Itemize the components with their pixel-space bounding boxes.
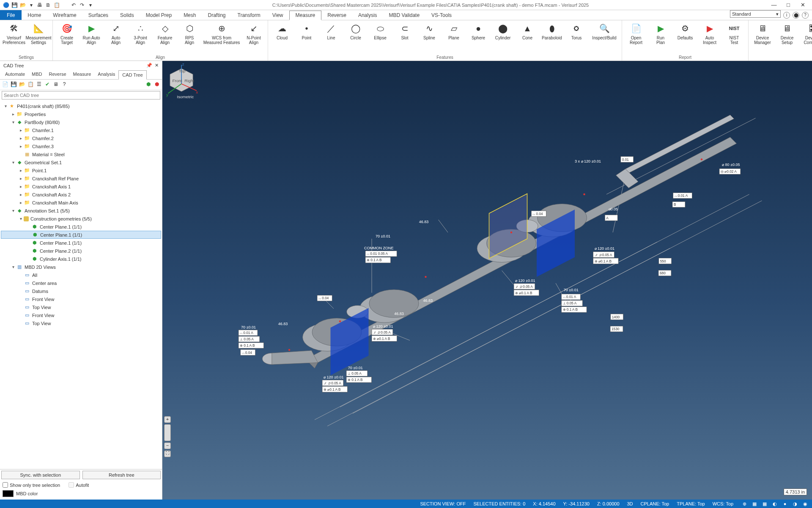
qa-icon[interactable]: ↷ [79,2,85,8]
ribbon-point-[interactable]: •Point [295,21,318,40]
info-icon[interactable]: i [783,12,790,19]
menu-mesh[interactable]: Mesh [178,10,202,20]
new-icon[interactable]: 📄 [2,81,8,88]
status-tplane[interactable]: TPLANE: Top [677,501,705,506]
tree-expander[interactable]: ▸ [18,128,24,133]
menu-home[interactable]: Home [22,10,47,20]
tree-node[interactable]: ▸📁Cranckshaft Axis 2 [1,190,161,199]
qa-icon[interactable]: 🔵 [3,2,9,8]
tree-node[interactable]: ▾Construction geometries (5/5) [1,215,161,223]
ribbon-rps-align[interactable]: ⬡RPSAlign [178,21,201,45]
ribbon-torus-[interactable]: ⭘Torus [565,21,588,40]
dot-icon[interactable]: ◐ [771,501,778,507]
tree-node[interactable]: ▭Front View [1,311,161,319]
ribbon-device-controls[interactable]: 🎛DeviceControls [800,21,812,45]
ribbon-run-auto-align[interactable]: ▶Run AutoAlign [80,21,103,45]
ribbon-auto-inspect[interactable]: ▶AutoInspect [698,21,721,45]
ribbon-device-setup[interactable]: 🖥DeviceSetup [776,21,798,45]
tree-node[interactable]: ▭Front View [1,295,161,303]
maximize-icon[interactable]: □ [783,2,793,8]
3d-viewport[interactable]: 3 x ⌀ 120 ±0.0170 ±0.0170 ±0.0170 ±0.017… [162,61,812,500]
globe-icon[interactable]: ⊕ [741,501,748,507]
tree-node[interactable]: ▸📁Cranckshaft Main Axis [1,199,161,207]
tree-node[interactable]: ▾◆PartBody (80/80) [1,118,161,126]
menu-drafting[interactable]: Drafting [202,10,231,20]
tree-node[interactable]: ▭Datums [1,287,161,295]
cube-add-icon[interactable]: ⬢ [145,81,152,88]
file-menu[interactable]: File [0,10,22,20]
ribbon-wcs-from-measured-features[interactable]: ⊕WCS fromMeasured Features [203,21,241,45]
tree-expander[interactable]: ▸ [18,136,24,141]
qa-icon[interactable]: ↶ [70,2,77,8]
status-cplane[interactable]: CPLANE: Top [641,501,669,506]
menu-wireframe[interactable]: Wireframe [47,10,82,20]
tree-expander[interactable]: ▸ [18,184,24,189]
tree-node[interactable]: ▭Center area [1,279,161,287]
tree-node[interactable]: ▾◆Geometrical Set.1 [1,158,161,166]
ribbon-nist-test[interactable]: NISTNISTTest [723,21,746,45]
menu-mbd-validate[interactable]: MBD Validate [383,10,425,20]
qa-icon[interactable]: 📋 [53,2,60,8]
list-icon[interactable]: ☰ [36,81,42,88]
tree-expander[interactable]: ▸ [10,112,16,116]
tree-node[interactable]: ▸📁Cranckshaft Axis 1 [1,182,161,190]
save-icon[interactable]: 💾 [10,81,17,88]
check-icon[interactable]: ✔ [44,81,51,88]
menu-solids[interactable]: Solids [114,10,140,20]
tab-cad-tree[interactable]: CAD Tree [118,70,146,80]
ribbon-n-point-align[interactable]: ↙N-PointAlign [242,21,265,45]
ribbon-open-report[interactable]: 📄OpenReport [625,21,647,45]
qmark-icon[interactable]: ? [61,81,68,88]
tree-node[interactable]: ▭Top View [1,303,161,311]
ribbon-cloud-[interactable]: ☁Cloud [271,21,294,40]
tree-node[interactable]: ⬢Center Plane.2 (1/1) [1,247,161,255]
zoom-in-icon[interactable]: + [164,416,171,423]
ribbon-paraboloid-[interactable]: ⬮Paraboloid [540,21,563,40]
tree-node[interactable]: ⬢Center Plane.1 (1/1) [1,239,161,247]
axis-widget[interactable]: z y x Isometric Top Front Right [162,61,200,99]
copy-icon[interactable]: 📋 [27,81,34,88]
bulb-icon[interactable]: ◉ [802,501,809,507]
tab-reverse[interactable]: Reverse [46,70,70,79]
tree-node[interactable]: ▸📁Properties [1,110,161,118]
workspace-combo[interactable]: Standard▾ [730,10,781,18]
ribbon-circle-[interactable]: ◯Circle [344,21,367,40]
tab-automate[interactable]: Automate [2,70,28,79]
tab-measure[interactable]: Measure [70,70,95,79]
tree-node[interactable]: ▾◆Annotation Set.1 (5/5) [1,207,161,215]
ribbon-slot-[interactable]: ⊂Slot [393,21,416,40]
sync-button[interactable]: Sync. with selection [1,471,80,479]
menu-reverse[interactable]: Reverse [321,10,352,20]
tree-expander[interactable]: ▸ [18,200,24,205]
tree-expander[interactable]: ▸ [18,168,24,173]
tree-expander[interactable]: ▸ [18,176,24,181]
tree-node[interactable]: ⬢Cylinder Axis.1 (1/1) [1,255,161,263]
zoom-fit-icon[interactable]: ⛶ [164,450,171,457]
qa-icon[interactable]: ▾ [87,2,94,8]
tree-expander[interactable]: ▾ [10,265,16,269]
cube-del-icon[interactable]: ⬢ [154,81,160,88]
tree-node[interactable]: ▸📁Chamfer.2 [1,134,161,142]
status-wcs[interactable]: WCS: Top [713,501,733,506]
menu-analysis[interactable]: Analysis [352,10,383,20]
tree-expander[interactable]: ▸ [18,192,24,197]
close-icon[interactable]: ✕ [798,2,808,8]
search-input[interactable] [2,91,160,99]
zoom-out-icon[interactable]: − [164,442,171,449]
tab-analysis[interactable]: Analysis [94,70,118,79]
tree-expander[interactable]: ▾ [18,216,24,221]
ribbon-verisurf-preferences[interactable]: 🛠VerisurfPreferences [3,21,25,45]
tree-node[interactable]: ▦Material = Steel [1,150,161,158]
help-icon[interactable]: ? [802,12,809,19]
tree-node[interactable]: ▸📁Cranckshaft Ref Plane [1,174,161,182]
pin-icon[interactable]: 📌 [146,63,152,68]
qa-icon[interactable] [62,2,69,8]
grid2-icon[interactable]: ▦ [761,501,768,507]
menu-measure[interactable]: Measure [289,11,322,20]
tree-expander[interactable]: ▾ [10,208,16,213]
ribbon-cone-[interactable]: ▲Cone [516,21,539,40]
mbd-color-swatch[interactable] [3,490,14,497]
alert-icon[interactable]: ⬤ [793,12,799,19]
tree-expander[interactable]: ▾ [10,120,16,124]
ribbon-device-manager[interactable]: 🖥DeviceManager [751,21,774,45]
